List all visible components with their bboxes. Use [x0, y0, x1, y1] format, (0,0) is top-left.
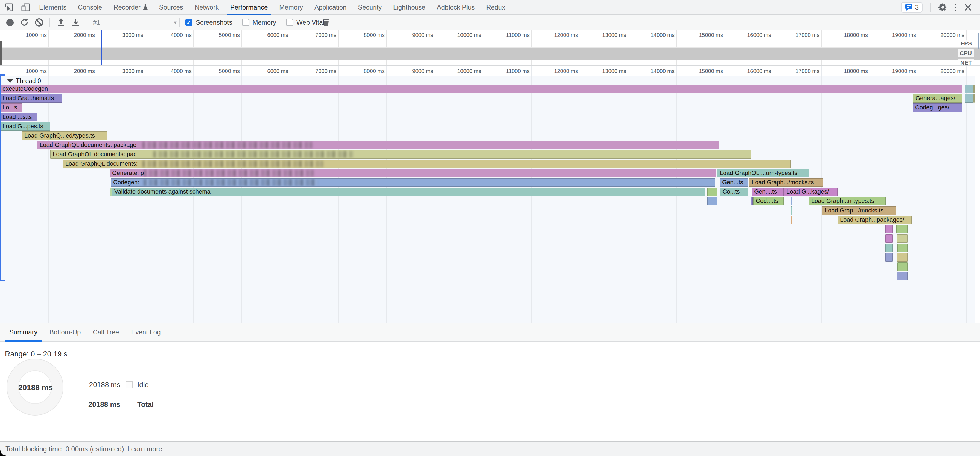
flame-bar-small[interactable]: [974, 85, 975, 93]
memory-checkbox[interactable]: Memory: [242, 19, 276, 26]
flame-bar-small[interactable]: [707, 187, 717, 196]
tab-lighthouse[interactable]: Lighthouse: [387, 0, 431, 14]
inspect-element-icon[interactable]: [5, 3, 14, 12]
tab-recorder[interactable]: Recorder: [108, 0, 153, 14]
flame-bar[interactable]: Validate documents against schema: [112, 187, 705, 196]
flame-bar-small[interactable]: [707, 197, 717, 205]
flame-bar[interactable]: Load GraphQL documents:: [63, 160, 791, 168]
tab-application[interactable]: Application: [309, 0, 352, 14]
reload-and-record-button[interactable]: [20, 15, 29, 30]
legend-row-idle: 20188 ms Idle: [79, 380, 325, 389]
flame-bar-small[interactable]: [885, 253, 893, 262]
ruler-tick-label: 2000 ms: [48, 31, 95, 38]
record-button[interactable]: [6, 15, 14, 30]
timeline-overview[interactable]: 1000 ms2000 ms3000 ms4000 ms5000 ms6000 …: [0, 30, 980, 66]
flame-chart[interactable]: 1000 ms2000 ms3000 ms4000 ms5000 ms6000 …: [0, 66, 980, 323]
flame-bar[interactable]: Load ...s.ts: [0, 113, 37, 121]
profile-select[interactable]: #1 ▾: [93, 15, 177, 30]
flame-bar[interactable]: Load Graph...packages/: [838, 216, 912, 224]
tab-security[interactable]: Security: [352, 0, 387, 14]
flame-bar[interactable]: Load Grap.../mocks.ts: [822, 207, 896, 215]
flame-bar-label: Codeg...ges/: [915, 104, 950, 111]
flame-bar[interactable]: Codegen:: [111, 178, 715, 187]
tab-memory[interactable]: Memory: [274, 0, 309, 14]
ruler-tick-label: 12000 ms: [531, 67, 578, 75]
tab-sources[interactable]: Sources: [153, 0, 189, 14]
flame-bar[interactable]: Genera...ages/: [913, 94, 962, 103]
toolbar-divider: [49, 18, 50, 27]
device-toolbar-icon[interactable]: [21, 2, 30, 12]
flame-bar-label: Gen....ts: [754, 188, 777, 195]
flame-bar-small[interactable]: [965, 94, 974, 103]
ruler-tick-label: 7000 ms: [290, 31, 336, 38]
thread-header[interactable]: Thread 0: [7, 77, 41, 85]
flame-bar-label: Gen...ts: [722, 179, 743, 186]
learn-more-link[interactable]: Learn more: [127, 445, 162, 453]
details-panel: SummaryBottom-UpCall TreeEvent Log Range…: [0, 323, 980, 441]
flame-bar-small[interactable]: [791, 197, 792, 205]
flame-bar-small[interactable]: [885, 234, 893, 243]
tab-adblock-plus[interactable]: Adblock Plus: [431, 0, 481, 14]
details-tab-call-tree[interactable]: Call Tree: [87, 323, 125, 341]
flame-bar-small[interactable]: [897, 234, 908, 243]
flame-bar-small[interactable]: [897, 272, 908, 280]
flame-bar-label: Load GraphQ...ed/types.ts: [24, 132, 95, 139]
flame-bar[interactable]: Codeg...ges/: [913, 103, 963, 112]
flame-bar-small[interactable]: [974, 94, 975, 103]
flame-bar-small[interactable]: [896, 225, 908, 234]
flame-bar[interactable]: Load GraphQ...ed/types.ts: [22, 132, 107, 140]
clear-button[interactable]: [35, 15, 44, 30]
flame-bar[interactable]: Generate: p: [110, 169, 716, 178]
tab-redux[interactable]: Redux: [480, 0, 511, 14]
flame-bar[interactable]: Load Gra...hema.ts: [0, 94, 62, 103]
collapse-triangle-icon[interactable]: [7, 79, 13, 83]
redacted-blur-region: [142, 160, 323, 167]
flame-bar-small[interactable]: [885, 225, 893, 234]
tab-performance[interactable]: Performance: [224, 0, 274, 14]
flame-bar[interactable]: Gen....ts: [752, 187, 784, 196]
tab-elements[interactable]: Elements: [33, 0, 72, 14]
flame-bar-small[interactable]: [897, 262, 908, 271]
flame-bar[interactable]: Gen...ts: [720, 178, 748, 187]
load-profile-icon[interactable]: [56, 15, 65, 30]
redacted-blur-region: [153, 151, 353, 158]
tab-network[interactable]: Network: [189, 0, 224, 14]
details-tab-bottom-up[interactable]: Bottom-Up: [43, 323, 87, 341]
ruler-tick-label: 4000 ms: [145, 67, 192, 75]
checkbox-checked-icon: ✓: [185, 19, 192, 26]
settings-gear-icon[interactable]: [939, 3, 947, 12]
garbage-collect-icon[interactable]: [322, 15, 330, 30]
overview-left-handle[interactable]: [0, 41, 2, 66]
flame-bar-small[interactable]: [965, 85, 974, 93]
flame-bar-small[interactable]: [751, 197, 753, 205]
screenshots-checkbox[interactable]: ✓ Screenshots: [185, 19, 232, 26]
flame-bar[interactable]: Load GraphQL documents: pac: [50, 150, 751, 159]
flame-bar[interactable]: Load G...kages/: [784, 187, 838, 196]
close-devtools-icon[interactable]: [964, 3, 972, 11]
flame-bar[interactable]: Co...ts: [720, 187, 748, 196]
flame-bar-small[interactable]: [791, 216, 792, 224]
tab-console[interactable]: Console: [72, 0, 108, 14]
issues-badge[interactable]: 3: [901, 2, 923, 13]
flame-bar[interactable]: Load G...pes.ts: [0, 122, 50, 131]
flame-bar-small[interactable]: [885, 243, 893, 252]
flame-bar-small[interactable]: [897, 253, 908, 262]
flame-bar[interactable]: Load Graph.../mocks.ts: [749, 178, 823, 187]
flame-bar[interactable]: Load GraphQL documents: package: [37, 141, 719, 149]
save-profile-icon[interactable]: [71, 15, 80, 30]
flame-bar[interactable]: Cod....ts: [753, 197, 784, 205]
more-options-icon[interactable]: [955, 6, 956, 8]
ruler-tick-label: 13000 ms: [580, 31, 626, 38]
flame-bar[interactable]: Load GraphQL ...urn-types.ts: [717, 169, 809, 178]
flame-bar[interactable]: Load Graph...n-types.ts: [809, 197, 886, 205]
details-tab-summary[interactable]: Summary: [3, 323, 43, 341]
flame-bar[interactable]: executeCodegen: [0, 85, 963, 93]
flame-bar[interactable]: Lo...s: [0, 103, 22, 112]
details-tab-event-log[interactable]: Event Log: [125, 323, 167, 341]
flame-bar-small[interactable]: [897, 243, 908, 252]
checkbox-unchecked-icon: [286, 19, 293, 26]
webvitals-checkbox[interactable]: Web Vitals: [286, 19, 328, 26]
flame-bar-small[interactable]: [791, 207, 792, 215]
overview-scrollbar-thumb[interactable]: [978, 33, 979, 49]
flame-bar-label: Load G...kages/: [786, 188, 829, 195]
